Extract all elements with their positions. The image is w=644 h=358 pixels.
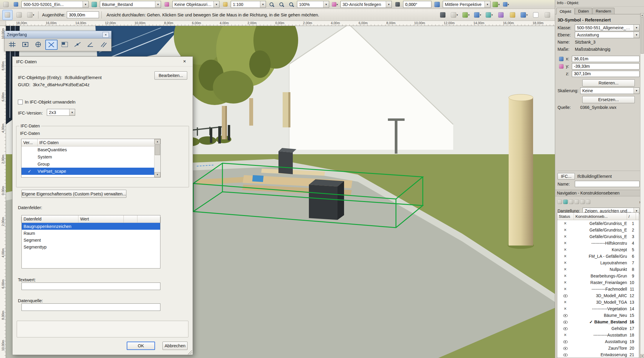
projection-combo[interactable]: Mittlere Perspektive [443, 1, 490, 8]
layer-visibility-icon[interactable] [563, 300, 568, 305]
dialog-titlebar[interactable]: IFC-Daten × [13, 57, 193, 67]
chevron-down-icon[interactable] [634, 32, 639, 38]
saved-views-icon[interactable] [575, 200, 579, 204]
chevron-down-icon[interactable] [386, 1, 391, 7]
table-row[interactable]: Segmenttyp [22, 243, 160, 250]
active-class-combo[interactable]: 500-520-52001_Ein... [21, 1, 89, 8]
layer-visibility-icon[interactable] [563, 313, 568, 318]
layer-visibility-icon[interactable] [563, 221, 568, 226]
layer-row[interactable]: ----------Hilfskonstru 4 [557, 240, 639, 246]
pset-row[interactable]: Group [21, 161, 154, 168]
list-header-name[interactable]: IFC-Daten [38, 139, 160, 146]
pset-row[interactable]: System [21, 153, 154, 161]
layer-row[interactable]: ✓Bäume_Bestand 16 [557, 319, 639, 325]
chevron-down-icon[interactable] [634, 88, 639, 94]
chevron-down-icon[interactable] [260, 1, 266, 7]
chevron-down-icon[interactable] [634, 25, 639, 31]
data-visualization-icon[interactable]: ▾ [484, 10, 494, 20]
zoom-marquee-icon[interactable] [277, 0, 286, 9]
table-header-value[interactable]: Wert [78, 215, 124, 223]
view-mode-icon[interactable] [433, 0, 441, 9]
eye-height-input[interactable] [67, 11, 99, 18]
magic-wand-icon[interactable] [438, 10, 448, 20]
scroll-down-icon[interactable]: ▼ [640, 354, 644, 358]
screen-plane-icon[interactable] [559, 64, 564, 69]
edit-button[interactable]: Bearbeiten... [154, 71, 187, 80]
panel-tab[interactable]: Daten [575, 8, 592, 14]
classes-icon[interactable] [558, 200, 562, 204]
layer-visibility-icon[interactable] [563, 340, 568, 344]
layer-row[interactable]: Nullpunkt 8 [557, 266, 639, 273]
snap-grid-icon[interactable] [7, 40, 18, 49]
scrollbar-thumb[interactable] [155, 144, 160, 155]
layer-row[interactable]: FM_LA - Gefälle/Gru 6 [557, 253, 639, 260]
replace-button[interactable]: Ersetzen... [582, 96, 635, 103]
view-combo[interactable]: 3D-Ansicht festlegen [340, 1, 392, 8]
visibility-icon[interactable]: ▾ [473, 10, 483, 20]
chevron-down-icon[interactable] [484, 1, 490, 7]
layer-header-status[interactable]: Status [557, 213, 574, 220]
snap-palette-titlebar[interactable]: Zeigerfang × [4, 31, 112, 38]
saved-view-icon[interactable]: ▾ [331, 0, 339, 9]
layer-visibility-icon[interactable] [563, 287, 568, 291]
whiteboard-icon[interactable] [531, 10, 541, 20]
x-coordinate-input[interactable] [572, 56, 640, 62]
working-plane-icon[interactable] [559, 57, 564, 61]
layer-row[interactable]: Bearbeitungs-/Grun 9 [557, 273, 639, 279]
render-style-icon[interactable]: ▾ [492, 0, 500, 9]
chevron-down-icon[interactable] [323, 1, 329, 7]
layer-row[interactable]: Zaun/Tore 20 [557, 345, 639, 351]
layer-visibility-icon[interactable] [563, 346, 568, 351]
layer-row[interactable]: Gefälle/Grundriss_E 2 [557, 227, 639, 233]
layer-row[interactable]: Gefälle/Grundriss_E 3 [557, 233, 639, 240]
snap-parallel-icon[interactable] [98, 40, 109, 49]
textvalue-input[interactable] [21, 283, 160, 290]
layer-visibility-icon[interactable] [563, 333, 568, 337]
convert-checkbox[interactable] [18, 100, 23, 104]
custom-psets-button[interactable]: Eigene Eigenschaftensets (Custom Psets) … [21, 190, 126, 198]
table-row[interactable]: Baugruppenkennzeichen [22, 223, 160, 230]
ok-button[interactable]: OK [127, 342, 155, 350]
zoom-fit-icon[interactable] [287, 0, 295, 9]
look-around-icon[interactable] [14, 10, 24, 20]
datasource-input[interactable] [21, 303, 160, 311]
snap-object-icon[interactable] [19, 40, 31, 49]
render-quality-icon[interactable]: ▾ [519, 10, 529, 20]
snap-tangent-icon[interactable] [85, 40, 96, 49]
layer-visibility-icon[interactable] [563, 248, 568, 252]
layer-visibility-icon[interactable] [563, 353, 568, 357]
zoom-combo[interactable]: 100% [297, 1, 329, 8]
resize-grip[interactable] [188, 350, 192, 354]
object-align-combo[interactable]: Keine Objektausric... [172, 1, 219, 8]
class-icon[interactable] [12, 0, 20, 9]
snap-angle-icon[interactable] [32, 40, 44, 49]
settings-icon[interactable]: ▾ [449, 10, 459, 20]
active-layer-combo[interactable]: Bäume_Bestand [100, 1, 161, 8]
close-icon[interactable]: × [180, 58, 189, 65]
chevron-down-icon[interactable] [69, 109, 75, 115]
plane-cut-icon[interactable]: ▾ [461, 10, 471, 20]
layer-row[interactable]: Entwässerung 21 [557, 351, 639, 358]
cancel-button[interactable]: Abbrechen [162, 342, 188, 350]
layer-row[interactable]: ----------Fachmodell 11 [557, 286, 639, 292]
pen-style-icon[interactable] [221, 0, 229, 9]
layer-visibility-icon[interactable] [563, 261, 568, 265]
panel-tab[interactable]: Rendern [592, 8, 614, 14]
layer-visibility-icon[interactable] [563, 294, 568, 298]
layer-row[interactable]: Layoutrahmen 7 [557, 260, 639, 266]
layer-scale-combo[interactable]: 1:100 [231, 1, 266, 8]
list-vertical-scrollbar[interactable]: ▲ ▼ [154, 139, 160, 177]
ebene-combo[interactable]: Ausstattung [575, 32, 640, 38]
list-header-ver[interactable]: Ver... [21, 139, 38, 146]
zoom-in-icon[interactable] [267, 0, 276, 9]
rotate-button[interactable]: Rotieren... [582, 79, 635, 87]
layer-visibility-icon[interactable] [563, 267, 568, 272]
rotation-input[interactable] [403, 1, 431, 8]
ifc-name-input[interactable] [575, 181, 640, 187]
layer-row[interactable]: 3D_Modell_ARC 12 [557, 292, 639, 299]
scroll-up-icon[interactable]: ▲ [154, 139, 160, 144]
layer-visibility-icon[interactable] [563, 280, 568, 285]
layer-visibility-icon[interactable] [563, 274, 568, 278]
scroll-down-icon[interactable]: ▼ [154, 172, 160, 177]
convert-checkbox-row[interactable]: In IFC-Objekt umwandeln [18, 99, 75, 104]
